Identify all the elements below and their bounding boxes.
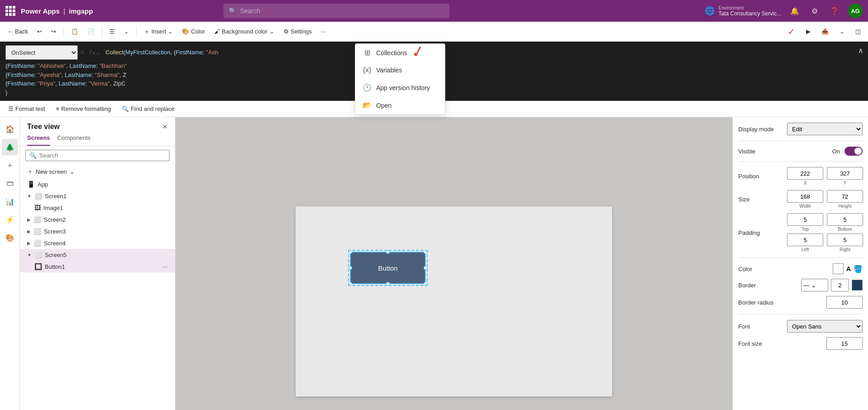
components-tab[interactable]: Components bbox=[57, 134, 91, 146]
paste-button[interactable]: 📄 bbox=[84, 26, 98, 37]
canvas-frame[interactable]: Button bbox=[296, 206, 612, 396]
variables-menu-item[interactable]: {x} Variables bbox=[355, 62, 445, 79]
new-screen-button[interactable]: ＋ New screen ⌄ bbox=[20, 165, 175, 178]
waffle-icon[interactable] bbox=[5, 6, 15, 16]
tree-item-screen4[interactable]: ▶ ⬜ Screen4 bbox=[20, 237, 175, 249]
border-color-picker[interactable] bbox=[852, 280, 863, 291]
help-icon[interactable]: ❓ bbox=[828, 5, 841, 17]
font-row: Font Open Sans Arial Calibri bbox=[738, 320, 863, 333]
settings-button[interactable]: ⚙ Settings bbox=[280, 26, 316, 37]
notifications-icon[interactable]: 🔔 bbox=[788, 5, 801, 17]
tree-item-button1[interactable]: 🔲 Button1 ··· bbox=[20, 261, 175, 272]
redo-button[interactable]: ↪ bbox=[47, 26, 60, 37]
insert-button[interactable]: ＋ Insert ⌄ bbox=[140, 26, 177, 38]
tree-item-screen2[interactable]: ▶ ⬜ Screen2 bbox=[20, 214, 175, 225]
search-box[interactable]: 🔍 Search bbox=[223, 4, 449, 18]
background-color-button[interactable]: 🖌 Background color ⌄ bbox=[211, 26, 278, 37]
open-menu-item[interactable]: 📂 Open bbox=[355, 96, 445, 114]
size-width-input[interactable]: 168 bbox=[787, 190, 823, 203]
data-icon[interactable]: 🗃 bbox=[2, 175, 18, 191]
border-row: Border — ⌄ bbox=[738, 279, 863, 291]
environment-info: 🌐 Environment Tata Consultancy Servic... bbox=[705, 5, 781, 17]
screens-tab[interactable]: Screens bbox=[27, 134, 50, 146]
color-picker-button[interactable] bbox=[833, 263, 844, 274]
tree-item-label: Screen4 bbox=[44, 240, 66, 247]
undo-button[interactable]: ↩ bbox=[33, 26, 46, 37]
home-icon[interactable]: 🏠 bbox=[2, 121, 18, 137]
app-icon: 📱 bbox=[27, 181, 35, 188]
fill-color-button[interactable]: 🪣 bbox=[854, 265, 863, 273]
tree-item-label: Screen1 bbox=[45, 193, 66, 200]
display-mode-select[interactable]: Edit View Disabled bbox=[787, 123, 863, 135]
text-color-button[interactable]: A bbox=[846, 265, 851, 272]
width-label: Width bbox=[799, 204, 811, 209]
size-label: Size bbox=[738, 196, 783, 203]
tree-item-label: Screen2 bbox=[44, 216, 66, 223]
chevron-right-icon: ▶ bbox=[27, 241, 31, 246]
search-icon: 🔍 bbox=[229, 7, 236, 14]
canvas-button[interactable]: Button bbox=[350, 252, 426, 284]
padding-bottom-input[interactable] bbox=[827, 213, 863, 226]
find-replace-button[interactable]: 🔍 Find and replace bbox=[117, 104, 179, 114]
position-label: Position bbox=[738, 173, 783, 180]
checkmark-button[interactable]: ✓ bbox=[784, 24, 799, 39]
tree-item-app[interactable]: 📱 App bbox=[20, 178, 175, 190]
size-height-input[interactable]: 72 bbox=[827, 190, 863, 203]
border-radius-input[interactable] bbox=[826, 296, 863, 309]
layout-button[interactable]: ☰ bbox=[106, 26, 118, 37]
tree-close-button[interactable]: ✕ bbox=[162, 123, 168, 130]
font-size-row: Font size bbox=[738, 337, 863, 350]
app-version-history-menu-item[interactable]: 🕐 App version history bbox=[355, 79, 445, 96]
collapse-formula-button[interactable]: ∧ bbox=[858, 45, 863, 56]
position-x-input[interactable]: 222 bbox=[787, 167, 823, 180]
toolbar-chevron-down-button[interactable]: ⌄ bbox=[836, 26, 848, 37]
tree-item-screen3[interactable]: ▶ ⬜ Screen3 bbox=[20, 225, 175, 237]
copy-button[interactable]: 📋 bbox=[67, 26, 82, 37]
icon-rail: 🏠 🌲 ＋ 🗃 📊 ⚡ 🎨 🔍 ⚙ 👤 bbox=[0, 117, 20, 410]
height-label: Height bbox=[839, 204, 852, 209]
tree-item-more-button[interactable]: ··· bbox=[162, 263, 168, 270]
border-style-select[interactable]: — ⌄ bbox=[801, 279, 828, 291]
publish-button[interactable]: 📤 bbox=[818, 26, 832, 37]
collections-menu-item[interactable]: ⊞ Collections bbox=[355, 44, 445, 62]
format-text-button[interactable]: ☰ Format text bbox=[4, 104, 50, 114]
right-panel: Display mode Edit View Disabled Visible … bbox=[732, 117, 868, 410]
font-size-input[interactable] bbox=[826, 337, 863, 350]
tree-search-input[interactable] bbox=[39, 152, 165, 159]
tree-view-icon[interactable]: 🌲 bbox=[2, 139, 18, 155]
themes-icon[interactable]: 🎨 bbox=[2, 229, 18, 246]
fx-button[interactable]: fx ⌄ bbox=[87, 47, 103, 58]
x-label: X bbox=[804, 181, 807, 186]
settings-icon[interactable]: ⚙ bbox=[808, 5, 821, 17]
property-select[interactable]: OnSelect bbox=[5, 45, 78, 60]
color-button[interactable]: 🎨 Color bbox=[178, 26, 208, 37]
more-options-button[interactable]: ··· bbox=[317, 26, 330, 37]
power-automate-icon[interactable]: ⚡ bbox=[2, 211, 18, 228]
app-logo: Power Apps | imgapp bbox=[21, 7, 93, 15]
equals-sign: = bbox=[80, 48, 84, 57]
insert-icon[interactable]: ＋ bbox=[2, 157, 18, 173]
tree-item-screen5[interactable]: ▼ ⬜ Screen5 bbox=[20, 249, 175, 261]
play-button[interactable]: ▶ bbox=[802, 26, 814, 37]
padding-right-input[interactable] bbox=[827, 234, 863, 246]
padding-top-input[interactable] bbox=[787, 213, 823, 226]
remove-formatting-button[interactable]: ≡ Remove formatting bbox=[52, 104, 115, 114]
back-button[interactable]: ← Back bbox=[4, 26, 32, 37]
history-icon: 🕐 bbox=[363, 83, 372, 92]
padding-left-input[interactable] bbox=[787, 234, 823, 246]
gear-icon: ⚙ bbox=[283, 28, 289, 35]
panel-toggle-button[interactable]: ◫ bbox=[852, 26, 864, 37]
padding-right-label: Right bbox=[840, 247, 850, 252]
avatar[interactable]: AG bbox=[848, 4, 863, 18]
border-width-input[interactable] bbox=[831, 279, 849, 291]
position-y-input[interactable]: 327 bbox=[827, 167, 863, 180]
tree-items: 📱 App ▼ ⬜ Screen1 🖼 Image1 ▶ ⬜ Screen2 ▶… bbox=[20, 178, 175, 410]
tree-item-label: Screen3 bbox=[44, 228, 66, 235]
font-select[interactable]: Open Sans Arial Calibri bbox=[787, 320, 863, 333]
visible-toggle[interactable] bbox=[844, 147, 863, 156]
tree-item-image1[interactable]: 🖼 Image1 bbox=[20, 202, 175, 214]
analytics-icon[interactable]: 📊 bbox=[2, 193, 18, 210]
layout-chevron-button[interactable]: ⌄ bbox=[120, 26, 132, 37]
visible-row: Visible On bbox=[738, 147, 863, 156]
tree-item-screen1[interactable]: ▼ ⬜ Screen1 bbox=[20, 190, 175, 202]
